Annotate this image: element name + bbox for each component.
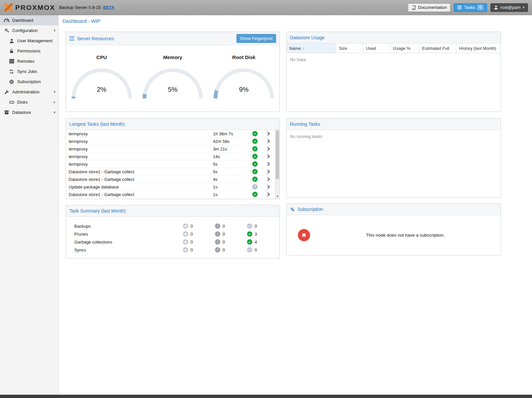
summary-row[interactable]: Syncs 0 0 0	[74, 246, 279, 254]
task-row[interactable]: Datastore store1 - Garbage collect 1s	[66, 191, 275, 198]
chevron-down-icon[interactable]: ▾	[53, 110, 55, 115]
chevron-right-icon[interactable]: ▸	[53, 100, 55, 104]
scrollbar-track[interactable]: ▼	[275, 130, 279, 199]
scrollbar-thumb[interactable]	[276, 130, 279, 179]
proxmox-x-icon	[4, 3, 13, 12]
column-header-usage[interactable]: Usage %	[390, 44, 419, 53]
task-duration: 5s	[213, 169, 248, 174]
documentation-label: Documentation	[418, 5, 447, 10]
sidebar-item-datastore[interactable]: Datastore ▾	[0, 107, 58, 117]
task-open-chevron-icon[interactable]	[262, 177, 275, 181]
chevron-down-icon: ▾	[523, 6, 524, 9]
gauge-value: 9%	[213, 86, 274, 93]
life-ring-icon	[9, 80, 14, 84]
sidebar-item-sync-jobs[interactable]: Sync Jobs	[0, 66, 58, 77]
chevron-down-icon[interactable]: ▾	[53, 28, 55, 33]
subscription-header: Subscription	[287, 204, 501, 215]
task-open-chevron-icon[interactable]	[262, 139, 275, 143]
errors-count: 0	[191, 232, 193, 237]
gauge-label: Root Disk	[208, 54, 279, 60]
task-summary-panel: Task Summary (last Month) Backups 0 0 0 …	[66, 205, 280, 258]
server-bars-icon	[9, 59, 14, 63]
sidebar-item-label: Permissions	[17, 49, 41, 53]
task-row[interactable]: Datastore store1 - Garbage collect 4s	[66, 176, 275, 183]
sidebar-item-user-management[interactable]: User Management	[0, 36, 58, 46]
warnings-count: 0	[223, 232, 225, 237]
warnings-count: 0	[223, 224, 225, 229]
task-status-icon	[252, 139, 258, 144]
column-header-used[interactable]: Used	[363, 44, 390, 53]
errors-icon	[183, 239, 188, 245]
sidebar-item-disks[interactable]: Disks ▸	[0, 97, 58, 107]
wrench-icon	[4, 90, 9, 94]
warnings-icon	[215, 223, 220, 229]
scrollbar-down-icon[interactable]: ▼	[275, 194, 279, 199]
running-tasks-title: Running Tasks	[290, 121, 320, 127]
sidebar-item-configuration[interactable]: Configuration ▾	[0, 25, 58, 36]
task-name: Datastore store1 - Garbage collect	[66, 177, 213, 182]
task-row[interactable]: termproxy 14s	[66, 153, 275, 160]
task-duration: 4s	[213, 177, 248, 182]
datastore-usage-panel: Datastore Usage Name↑ Size Used Usage % …	[286, 32, 501, 112]
warnings-icon	[215, 239, 220, 245]
task-row[interactable]: termproxy 42m 58s	[66, 138, 275, 145]
task-open-chevron-icon[interactable]	[262, 170, 275, 174]
errors-count: 0	[191, 224, 193, 229]
beta-link[interactable]: BETA	[103, 5, 114, 10]
task-open-chevron-icon[interactable]	[262, 192, 275, 196]
column-header-history[interactable]: History (last Month)	[456, 44, 501, 53]
task-open-chevron-icon[interactable]	[262, 147, 275, 151]
summary-row[interactable]: Prunes 0 0 3	[74, 230, 279, 238]
summary-row[interactable]: Backups 0 0 0	[74, 222, 279, 230]
user-icon	[494, 5, 498, 10]
tasks-button[interactable]: Tasks 0	[454, 3, 487, 12]
task-open-chevron-icon[interactable]	[262, 154, 275, 158]
warnings-icon	[215, 231, 220, 237]
task-open-chevron-icon[interactable]	[262, 132, 275, 136]
sidebar-item-dashboard[interactable]: Dashboard	[0, 15, 58, 25]
task-status-icon	[252, 177, 258, 182]
datastore-usage-title: Datastore Usage	[290, 35, 325, 40]
sidebar-item-label: Datastore	[12, 110, 31, 115]
sidebar-item-label: Sync Jobs	[17, 69, 37, 74]
task-duration: 1s	[213, 184, 248, 189]
task-duration: 1h 38m 7s	[213, 131, 248, 136]
task-open-chevron-icon[interactable]	[262, 185, 275, 189]
gauge-label: Memory	[137, 54, 208, 60]
sidebar-item-label: Disks	[17, 100, 28, 105]
task-row[interactable]: Datastore store1 - Garbage collect 5s	[66, 168, 275, 176]
proxmox-logo[interactable]: PROXMOX	[4, 3, 55, 12]
task-row[interactable]: termproxy 3m 21s	[66, 145, 275, 153]
ok-count: 4	[255, 240, 257, 245]
subscription-title: Subscription	[298, 207, 323, 212]
longest-tasks-header: Longest Tasks (last Month)	[66, 118, 279, 130]
user-menu-button[interactable]: root@pam ▾	[490, 3, 528, 12]
task-row[interactable]: termproxy 1h 38m 7s	[66, 130, 275, 138]
resource-bars-icon	[69, 36, 74, 41]
sort-asc-icon: ↑	[302, 46, 304, 51]
chevron-down-icon[interactable]: ▾	[53, 90, 55, 94]
task-duration: 3m 21s	[213, 147, 248, 151]
errors-count: 0	[191, 248, 193, 252]
sidebar-item-subscription[interactable]: Subscription	[0, 77, 58, 87]
show-fingerprint-button[interactable]: Show Fingerprint	[236, 34, 276, 43]
task-status-icon	[252, 131, 258, 136]
column-header-estimated-full[interactable]: Estimated Full	[419, 44, 456, 53]
warnings-count: 0	[223, 248, 225, 252]
sidebar-item-permissions[interactable]: Permissions	[0, 46, 58, 56]
datastore-usage-header: Datastore Usage	[287, 32, 501, 44]
sidebar-item-remotes[interactable]: Remotes	[0, 56, 58, 66]
task-open-chevron-icon[interactable]	[262, 162, 275, 166]
documentation-button[interactable]: Documentation	[408, 3, 450, 12]
running-tasks-header: Running Tasks	[287, 118, 501, 130]
sidebar-item-administration[interactable]: Administration ▾	[0, 87, 58, 97]
task-row[interactable]: Update package database 1s	[66, 183, 275, 191]
task-status-icon	[252, 161, 258, 167]
grid-column-headers: Name↑ Size Used Usage % Estimated Full H…	[287, 44, 501, 53]
task-row[interactable]: termproxy 5s	[66, 160, 275, 168]
column-header-size[interactable]: Size	[336, 44, 363, 53]
sidebar-item-label: Dashboard	[12, 18, 33, 23]
column-header-name[interactable]: Name↑	[287, 44, 336, 53]
summary-row[interactable]: Garbage collections 0 0 4	[74, 238, 279, 246]
bottom-edge-bar	[0, 395, 532, 398]
